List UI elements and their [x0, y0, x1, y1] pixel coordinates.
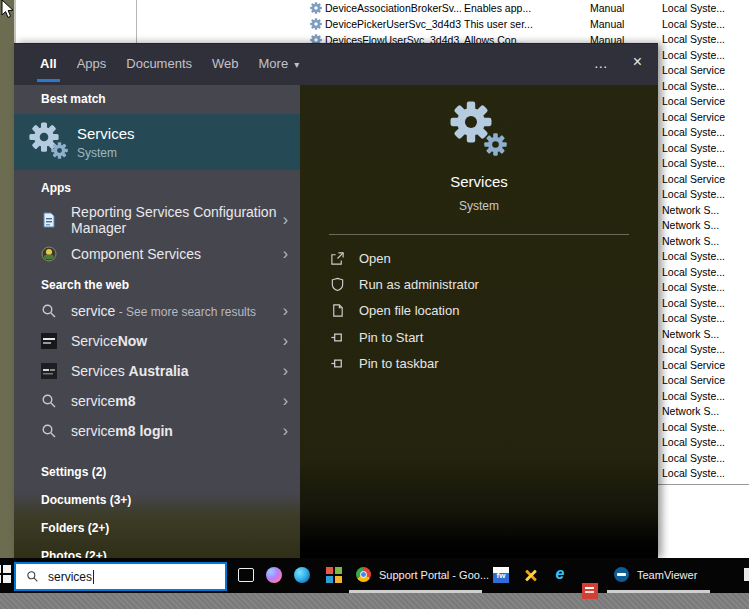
log-on-as-cell[interactable]: Local Syste... [662, 451, 748, 467]
app-result[interactable]: Reporting Services Configuration Manager… [14, 201, 300, 239]
taskbar: services Support Portal - Goo... fw e Te… [0, 558, 749, 593]
service-description: Enables app... [464, 2, 574, 14]
web-results: service - See more search results›Servic… [14, 296, 300, 446]
task-button-teamviewer[interactable]: TeamViewer [607, 558, 710, 591]
start-button[interactable] [0, 565, 11, 583]
action-open[interactable]: Open [330, 245, 658, 271]
tab-more[interactable]: More▾ [259, 56, 300, 85]
copilot-icon[interactable] [266, 567, 282, 583]
log-on-as-cell[interactable]: Local Syste... [662, 79, 748, 95]
web-result[interactable]: servicem8 login› [14, 416, 300, 446]
action-label: Run as administrator [359, 277, 479, 292]
web-result[interactable]: servicem8› [14, 386, 300, 416]
log-on-as-cell[interactable]: Local Syste... [662, 296, 748, 312]
web-result[interactable]: Services Australia› [14, 356, 300, 386]
category-settings[interactable]: Settings (2) [14, 458, 300, 486]
shield-icon [330, 277, 345, 292]
tab-web[interactable]: Web [212, 56, 239, 85]
log-on-as-cell[interactable]: Local Syste... [662, 32, 748, 48]
service-description: This user ser... [464, 18, 574, 30]
log-on-as-cell[interactable]: Local Syste... [662, 311, 748, 327]
tab-documents[interactable]: Documents [126, 56, 192, 85]
tab-label: Documents [126, 56, 192, 71]
log-on-as-cell[interactable]: Local Syste... [662, 435, 748, 451]
action-pin-to-taskbar[interactable]: Pin to taskbar [330, 351, 658, 377]
search-icon [26, 570, 39, 583]
log-on-as-cell[interactable]: Local Syste... [662, 156, 748, 172]
action-label: Open [359, 251, 391, 266]
red-app-icon[interactable] [582, 583, 598, 599]
web-header: Search the web [14, 278, 300, 292]
tools-app-icon[interactable] [523, 567, 539, 583]
log-on-as-cell[interactable]: Local Syste... [662, 466, 748, 482]
log-on-as-cell[interactable]: Local Syste... [662, 187, 748, 203]
fw-app-icon[interactable]: fw [493, 567, 509, 583]
service-startup-type: Manual [590, 2, 624, 14]
close-icon[interactable]: × [633, 55, 642, 85]
log-on-as-cell[interactable]: Local Syste... [662, 342, 748, 358]
tray-icon-partial[interactable] [744, 568, 749, 581]
category-documents[interactable]: Documents (3+) [14, 486, 300, 514]
best-match-header: Best match [14, 92, 300, 106]
log-on-as-cell[interactable]: Local Syste... [662, 48, 748, 64]
app-result[interactable]: Component Services› [14, 239, 300, 269]
web-result-bold: Australia [129, 363, 189, 379]
edge-icon[interactable] [294, 567, 310, 583]
tab-apps[interactable]: Apps [77, 56, 107, 85]
log-on-as-cell[interactable]: Local Syste... [662, 17, 748, 33]
web-result-label: servicem8 [71, 390, 279, 412]
search-tabs: AllAppsDocumentsWebMore▾ [14, 44, 299, 85]
action-open-file-location[interactable]: Open file location [330, 298, 658, 324]
log-on-as-cell[interactable]: Local Syste... [662, 125, 748, 141]
web-result[interactable]: ServiceNow› [14, 326, 300, 356]
tab-all[interactable]: All [40, 56, 57, 85]
chevron-right-icon[interactable]: › [279, 332, 292, 350]
log-on-as-cell[interactable]: Local Service [662, 110, 748, 126]
search-icon [41, 303, 57, 319]
log-on-as-cell[interactable]: Network S... [662, 234, 748, 250]
start-search-flyout: AllAppsDocumentsWebMore▾ … × Best match … [14, 43, 658, 558]
chevron-right-icon[interactable]: › [279, 362, 292, 380]
chevron-right-icon[interactable]: › [279, 302, 292, 320]
log-on-as-cell[interactable]: Local Syste... [662, 141, 748, 157]
log-on-as-cell[interactable]: Local Service [662, 358, 748, 374]
action-pin-to-start[interactable]: Pin to Start [330, 324, 658, 350]
web-result[interactable]: service - See more search results› [14, 296, 300, 326]
chevron-right-icon[interactable]: › [279, 392, 292, 410]
more-options-icon[interactable]: … [594, 55, 609, 85]
service-row[interactable]: DeviceAssociationBrokerSv...Enables app.… [16, 0, 749, 16]
log-on-as-cell[interactable]: Network S... [662, 327, 748, 343]
web-result-label: ServiceNow [71, 330, 279, 352]
internet-explorer-icon[interactable]: e [552, 566, 568, 582]
log-on-as-cell[interactable]: Local Syste... [662, 1, 748, 17]
chevron-right-icon[interactable]: › [279, 245, 292, 263]
log-on-as-cell[interactable]: Local Service [662, 373, 748, 389]
log-on-as-cell[interactable]: Local Syste... [662, 420, 748, 436]
web-result-text: Services [71, 363, 129, 379]
taskbar-search-input[interactable]: services [14, 562, 227, 591]
service-row[interactable]: DevicePickerUserSvc_3d4d3This user ser..… [16, 16, 749, 32]
search-results-column: Best match Services System Apps Reportin… [14, 85, 300, 558]
log-on-as-cell[interactable]: Local Syste... [662, 280, 748, 296]
task-button-support-portal[interactable]: Support Portal - Goo... [349, 558, 482, 591]
log-on-as-cell[interactable]: Local Syste... [662, 389, 748, 405]
tab-label: Web [212, 56, 239, 71]
log-on-as-cell[interactable]: Network S... [662, 203, 748, 219]
action-run-as-administrator[interactable]: Run as administrator [330, 271, 658, 297]
log-on-as-cell[interactable]: Network S... [662, 404, 748, 420]
task-view-icon[interactable] [238, 568, 254, 582]
log-on-as-cell[interactable]: Local Syste... [662, 249, 748, 265]
chevron-down-icon: ▾ [294, 59, 299, 70]
log-on-as-cell[interactable]: Local Service [662, 94, 748, 110]
log-on-as-cell[interactable]: Network S... [662, 218, 748, 234]
chevron-right-icon[interactable]: › [279, 211, 292, 229]
best-match-result-services[interactable]: Services System [14, 114, 300, 170]
web-result-text: service [71, 423, 115, 439]
log-on-as-cell[interactable]: Local Service [662, 172, 748, 188]
chevron-right-icon[interactable]: › [279, 422, 292, 440]
log-on-as-cell[interactable]: Local Syste... [662, 265, 748, 281]
log-on-as-cell[interactable]: Local Service [662, 63, 748, 79]
category-folders[interactable]: Folders (2+) [14, 514, 300, 542]
app-grid-icon[interactable] [326, 567, 342, 583]
mouse-cursor [1, 0, 15, 19]
